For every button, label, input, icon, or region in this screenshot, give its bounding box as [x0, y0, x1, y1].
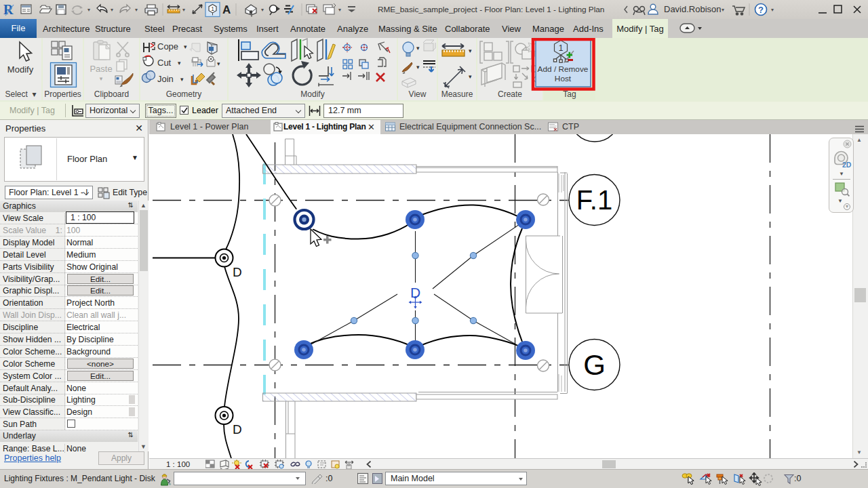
svg-text:2D: 2D	[842, 161, 852, 169]
svg-text:▾: ▾	[180, 76, 184, 83]
svg-text:D: D	[233, 265, 242, 279]
svg-text:▾: ▾	[416, 45, 420, 52]
svg-text:David.Robison: David.Robison	[664, 4, 722, 14]
svg-text:▾: ▾	[100, 75, 103, 82]
svg-text:▾: ▾	[469, 47, 472, 54]
svg-text:▾: ▾	[182, 7, 185, 13]
svg-text:▾: ▾	[469, 73, 472, 80]
svg-text:▾: ▾	[111, 7, 113, 13]
svg-text:G: G	[583, 349, 606, 381]
svg-text:Host: Host	[555, 74, 572, 83]
svg-text:D: D	[233, 422, 242, 436]
svg-text:▾: ▾	[135, 7, 138, 13]
svg-text:Add / Remove: Add / Remove	[538, 64, 589, 74]
svg-text:Paste: Paste	[90, 64, 112, 74]
svg-text:R: R	[3, 2, 14, 17]
svg-text:?: ?	[758, 5, 764, 15]
svg-text:F.1: F.1	[576, 185, 612, 215]
svg-text:▾: ▾	[338, 7, 341, 13]
svg-text:▾: ▾	[261, 7, 264, 13]
svg-text:▾: ▾	[87, 7, 90, 13]
svg-text:Modify: Modify	[7, 64, 34, 75]
svg-text:▾: ▾	[722, 7, 724, 13]
svg-text:▾: ▾	[178, 60, 181, 66]
svg-text:Cope: Cope	[157, 41, 178, 52]
svg-text:▾: ▾	[416, 64, 420, 70]
svg-text:A: A	[222, 3, 231, 16]
svg-text:▾: ▾	[771, 7, 774, 13]
svg-text:Join: Join	[157, 74, 174, 84]
svg-text:1: 1	[211, 5, 214, 12]
svg-text:▾: ▾	[184, 43, 187, 50]
svg-text:Cut: Cut	[157, 58, 172, 68]
svg-text:1: 1	[559, 43, 564, 53]
svg-text:▾: ▾	[217, 60, 220, 67]
